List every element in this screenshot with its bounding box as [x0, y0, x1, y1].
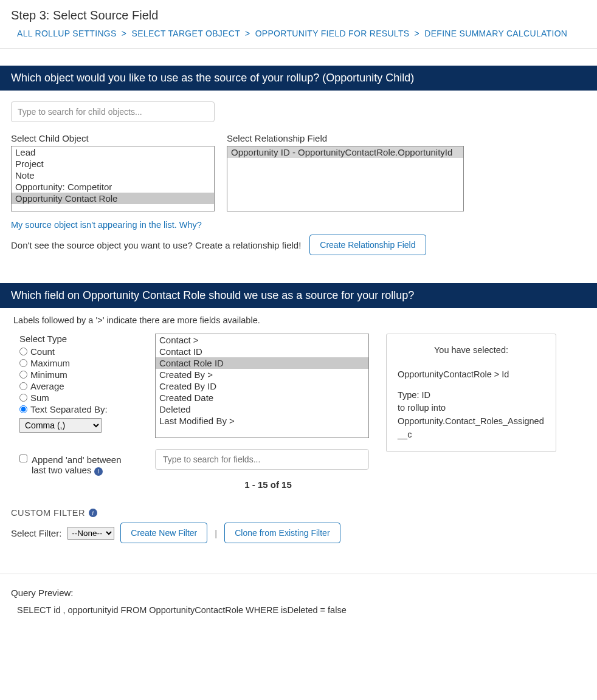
- type-radio-sum[interactable]: Sum: [19, 393, 138, 403]
- type-radio-average[interactable]: Average: [19, 381, 138, 391]
- relationship-field-label: Select Relationship Field: [227, 133, 464, 143]
- fields-note: Labels followed by a '>' indicate there …: [0, 315, 597, 334]
- list-item[interactable]: Created By >: [156, 369, 368, 380]
- list-item[interactable]: Opportunity: Competitor: [12, 181, 214, 193]
- chevron-right-icon: >: [245, 29, 250, 38]
- list-item[interactable]: Contact >: [156, 334, 368, 346]
- info-icon[interactable]: i: [94, 467, 103, 476]
- divider: [0, 48, 597, 49]
- child-object-search-input[interactable]: [11, 101, 215, 122]
- child-object-listbox[interactable]: Lead Project Note Opportunity: Competito…: [11, 146, 215, 211]
- create-new-filter-button[interactable]: Create New Filter: [120, 523, 207, 543]
- info-icon[interactable]: i: [89, 509, 97, 517]
- append-and-checkbox[interactable]: [19, 455, 27, 462]
- radio-label: Average: [30, 381, 64, 391]
- select-type-label: Select Type: [19, 334, 138, 344]
- breadcrumb-link-all[interactable]: ALL ROLLUP SETTINGS: [17, 29, 117, 38]
- divider: [0, 574, 597, 574]
- source-not-appearing-link[interactable]: My source object isn't appearing in the …: [11, 220, 202, 230]
- breadcrumb: ALL ROLLUP SETTINGS > SELECT TARGET OBJE…: [0, 29, 597, 48]
- select-filter-label: Select Filter:: [11, 528, 61, 538]
- chevron-right-icon: >: [122, 29, 126, 38]
- list-item[interactable]: Last Modified By >: [156, 415, 368, 427]
- pagination-text: 1 - 15 of 15: [155, 479, 369, 490]
- radio-label: Sum: [30, 393, 49, 403]
- page-title: Step 3: Select Source Field: [0, 0, 597, 29]
- list-item[interactable]: Project: [12, 158, 214, 170]
- list-item[interactable]: Opportunity ID - OpportunityContactRole.…: [227, 146, 463, 158]
- type-radio-maximum[interactable]: Maximum: [19, 358, 138, 368]
- list-item[interactable]: Contact Role ID: [156, 357, 368, 369]
- radio-label: Text Separated By:: [30, 404, 108, 414]
- divider: |: [215, 528, 217, 538]
- list-item[interactable]: Note: [12, 170, 214, 181]
- radio-label: Count: [30, 346, 55, 357]
- source-field-header: Which field on Opportunity Contact Role …: [0, 283, 597, 308]
- chevron-right-icon: >: [415, 29, 419, 38]
- list-item[interactable]: Contact ID: [156, 346, 368, 357]
- radio-label: Maximum: [30, 358, 70, 368]
- list-item[interactable]: Opportunity Contact Role: [12, 193, 214, 204]
- type-radio-minimum[interactable]: Minimum: [19, 369, 138, 380]
- field-search-input[interactable]: [155, 449, 369, 470]
- summary-path: OpportunityContactRole > Id: [398, 368, 545, 382]
- delimiter-select[interactable]: Comma (,): [19, 418, 102, 433]
- append-and-label: Append 'and' between last two values: [32, 455, 122, 475]
- filter-select[interactable]: --None--: [67, 527, 114, 540]
- child-object-label: Select Child Object: [11, 133, 215, 143]
- selection-summary: You have selected: OpportunityContactRol…: [386, 334, 556, 452]
- summary-label: You have selected:: [398, 344, 545, 357]
- list-item[interactable]: Created Date: [156, 392, 368, 403]
- custom-filter-title: CUSTOM FILTER: [11, 508, 85, 518]
- summary-rollup: to rollup into: [398, 402, 545, 415]
- source-object-header: Which object would you like to use as th…: [0, 66, 597, 91]
- list-item[interactable]: Lead: [12, 146, 214, 158]
- list-item[interactable]: Created By ID: [156, 380, 368, 392]
- query-preview-text: SELECT id , opportunityid FROM Opportuni…: [11, 605, 586, 615]
- source-field-listbox[interactable]: Contact > Contact ID Contact Role ID Cre…: [155, 334, 369, 438]
- query-preview-label: Query Preview:: [11, 588, 586, 598]
- type-radio-text-separated[interactable]: Text Separated By:: [19, 404, 138, 414]
- list-item[interactable]: Deleted: [156, 403, 368, 415]
- summary-target: Opportunity.Contact_Roles_Assigned__c: [398, 415, 545, 442]
- relationship-field-listbox[interactable]: Opportunity ID - OpportunityContactRole.…: [227, 146, 464, 211]
- type-radio-count[interactable]: Count: [19, 346, 138, 357]
- clone-filter-button[interactable]: Clone from Existing Filter: [224, 523, 340, 543]
- help-text: Don't see the source object you want to …: [11, 240, 301, 250]
- breadcrumb-link-summary[interactable]: DEFINE SUMMARY CALCULATION: [424, 29, 567, 38]
- breadcrumb-link-field[interactable]: OPPORTUNITY FIELD FOR RESULTS: [255, 29, 410, 38]
- breadcrumb-link-target[interactable]: SELECT TARGET OBJECT: [132, 29, 240, 38]
- radio-label: Minimum: [30, 369, 67, 380]
- summary-type: Type: ID: [398, 389, 545, 402]
- create-relationship-field-button[interactable]: Create Relationship Field: [309, 235, 426, 255]
